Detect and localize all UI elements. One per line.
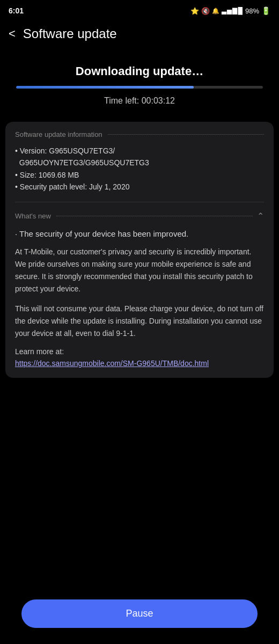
whats-new-title: What's new <box>15 212 51 220</box>
notification-icon: 🔔 <box>212 8 219 14</box>
update-info-section: Software update information Version: G96… <box>5 122 274 202</box>
chevron-up-icon: ⌃ <box>257 211 264 221</box>
whats-new-divider <box>56 216 253 216</box>
page-title: Software update <box>23 26 117 41</box>
whats-new-paragraph1: At T-Mobile, our customer's privacy and … <box>15 246 264 295</box>
progress-bar-fill <box>16 86 194 89</box>
battery-icon: 🔋 <box>261 6 270 15</box>
learn-more-label: Learn more at: <box>15 347 264 356</box>
version-info: Version: G965USQU7ETG3/ G965UOYN7ETG3/G9… <box>15 145 264 169</box>
update-info-header: Software update information <box>15 130 264 138</box>
page-header: < Software update <box>0 19 279 48</box>
download-status-text: Downloading update… <box>76 64 203 78</box>
battery-indicator: 98% <box>245 7 259 15</box>
back-button[interactable]: < <box>6 25 18 43</box>
security-patch-info: Security patch level: July 1, 2020 <box>15 181 264 193</box>
learn-more-link[interactable]: https://doc.samsungmobile.com/SM-G965U/T… <box>15 358 264 369</box>
size-info: Size: 1069.68 MB <box>15 169 264 181</box>
download-section: Downloading update… Time left: 00:03:12 <box>0 48 279 122</box>
whats-new-section: What's new ⌃ The security of your device… <box>5 202 274 378</box>
progress-bar-container <box>16 86 263 89</box>
info-card: Software update information Version: G96… <box>5 122 274 378</box>
pause-button[interactable]: Pause <box>21 599 258 628</box>
whats-new-paragraph2: This will not consume your data. Please … <box>15 303 264 340</box>
bluetooth-icon: ⭐ <box>190 7 199 15</box>
status-icons: ⭐ 🔇 🔔 ▃▅▇█ 98% 🔋 <box>190 6 270 15</box>
whats-new-bullet: The security of your device has been imp… <box>15 228 264 240</box>
section-divider <box>108 134 264 135</box>
status-bar: 6:01 ⭐ 🔇 🔔 ▃▅▇█ 98% 🔋 <box>0 0 279 19</box>
status-time: 6:01 <box>9 6 24 15</box>
button-container: Pause <box>0 599 279 628</box>
update-info-title: Software update information <box>15 130 102 138</box>
whats-new-header: What's new ⌃ <box>15 211 264 221</box>
time-left-text: Time left: 00:03:12 <box>104 96 175 106</box>
signal-icon: ▃▅▇█ <box>222 7 243 14</box>
mute-icon: 🔇 <box>201 7 210 15</box>
